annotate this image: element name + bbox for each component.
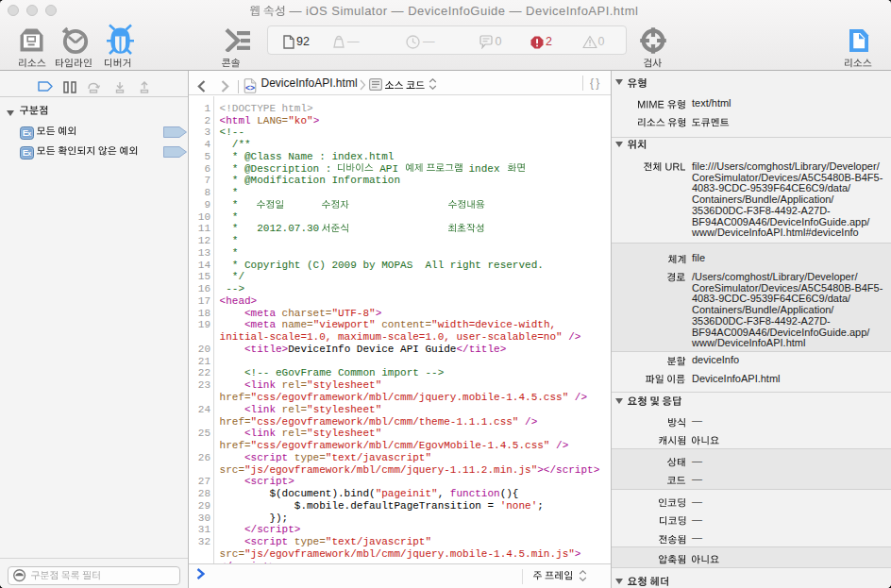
svg-text:<>: <> [245,83,255,92]
svg-text:x: x [27,150,31,157]
svg-text:x: x [27,130,31,137]
